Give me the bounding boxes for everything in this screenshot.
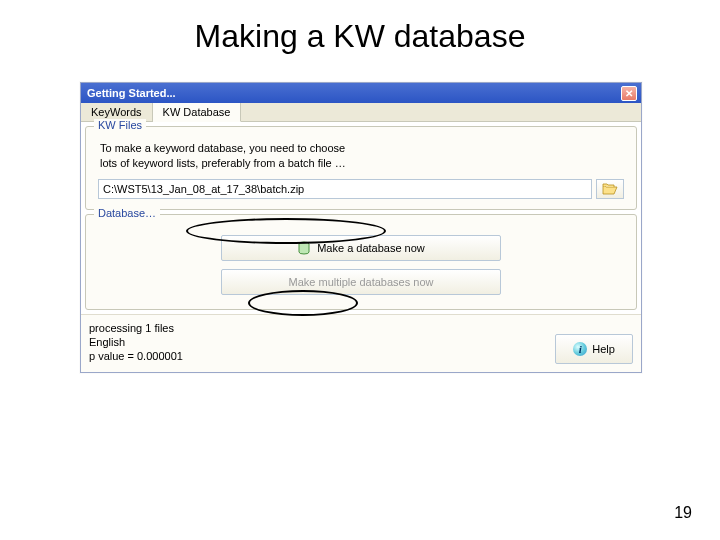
status-text: processing 1 files English p value = 0.0… [89,321,183,364]
slide-title: Making a KW database [0,18,720,55]
close-button[interactable]: ✕ [621,86,637,101]
batch-path-input[interactable] [98,179,592,199]
database-group: Database… Make a database now Make multi… [85,214,637,310]
window-title: Getting Started... [87,87,176,99]
make-multiple-button[interactable]: Make multiple databases now [221,269,501,295]
titlebar: Getting Started... ✕ [81,83,641,103]
close-icon: ✕ [625,88,633,99]
folder-open-icon [602,183,618,195]
info-icon: i [573,342,587,356]
path-row [98,179,624,199]
help-label: Help [592,343,615,355]
database-legend: Database… [94,207,160,219]
make-database-label: Make a database now [317,242,425,254]
kw-files-group: KW Files To make a keyword database, you… [85,126,637,210]
database-icon [297,241,311,255]
status-bar: processing 1 files English p value = 0.0… [81,314,641,372]
tab-kw-database[interactable]: KW Database [153,103,242,122]
kw-files-instructions: To make a keyword database, you need to … [100,141,360,171]
make-multiple-label: Make multiple databases now [289,276,434,288]
kw-files-legend: KW Files [94,119,146,131]
getting-started-window: Getting Started... ✕ KeyWords KW Databas… [80,82,642,373]
tab-strip: KeyWords KW Database [81,103,641,122]
status-line-2: English [89,335,183,349]
make-database-button[interactable]: Make a database now [221,235,501,261]
status-line-1: processing 1 files [89,321,183,335]
page-number: 19 [674,504,692,522]
help-button[interactable]: i Help [555,334,633,364]
browse-button[interactable] [596,179,624,199]
status-line-3: p value = 0.000001 [89,349,183,363]
